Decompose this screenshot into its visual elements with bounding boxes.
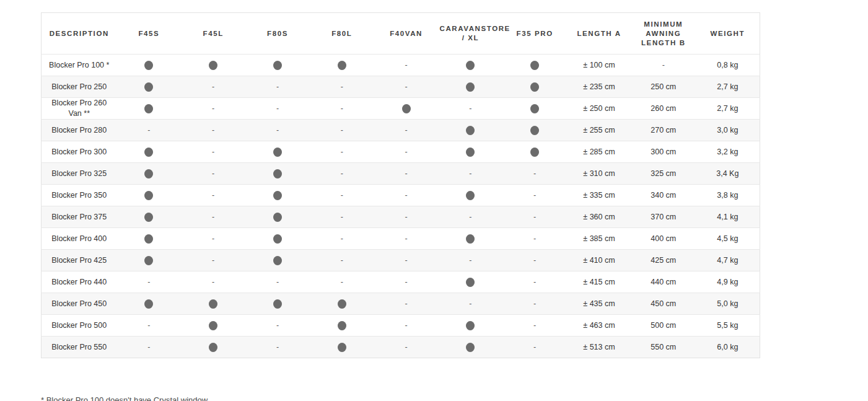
compat-dot-icon bbox=[466, 148, 475, 157]
compat-dot-icon bbox=[144, 256, 153, 265]
weight-value: 4,1 kg bbox=[696, 206, 760, 228]
min-awning-b-value: 450 cm bbox=[631, 293, 696, 315]
compat-cell-f80l: - bbox=[310, 228, 374, 250]
compat-dash: - bbox=[469, 213, 471, 221]
compat-cell-caravanstore bbox=[438, 55, 502, 76]
column-header-f45l: F45L bbox=[181, 13, 245, 55]
length-a-value: ± 100 cm bbox=[567, 55, 631, 76]
compat-cell-f45l: - bbox=[181, 228, 245, 250]
compat-dash: - bbox=[533, 321, 536, 330]
compat-dash: - bbox=[405, 126, 408, 134]
compat-cell-f45s bbox=[117, 185, 182, 206]
table-row: Blocker Pro 100 *-± 100 cm-0,8 kg bbox=[42, 55, 760, 76]
length-a-value: ± 250 cm bbox=[567, 98, 631, 120]
compat-cell-f45s bbox=[117, 98, 182, 120]
compat-dot-icon bbox=[273, 213, 282, 222]
table-body: Blocker Pro 100 *-± 100 cm-0,8 kgBlocker… bbox=[42, 55, 760, 358]
compat-cell-f35pro: - bbox=[502, 228, 567, 250]
compat-dot-icon bbox=[273, 234, 282, 244]
compat-dot-icon bbox=[466, 191, 475, 200]
compat-dash: - bbox=[276, 278, 279, 286]
compat-dot-icon bbox=[466, 61, 475, 70]
compat-dot-icon bbox=[466, 278, 475, 287]
product-description: Blocker Pro 350 bbox=[42, 185, 117, 206]
compat-cell-f40van: - bbox=[374, 163, 439, 185]
weight-value: 0,8 kg bbox=[696, 55, 760, 76]
compat-cell-f45l: - bbox=[181, 98, 245, 120]
compat-dash: - bbox=[212, 256, 214, 265]
min-awning-b-value: 250 cm bbox=[631, 76, 696, 98]
compat-dot-icon bbox=[273, 299, 282, 309]
length-a-value: ± 435 cm bbox=[567, 293, 631, 315]
compat-dash: - bbox=[341, 234, 343, 243]
weight-value: 4,7 kg bbox=[696, 250, 760, 271]
compat-dash: - bbox=[341, 126, 343, 134]
compat-dash: - bbox=[212, 169, 214, 178]
weight-value: 3,2 kg bbox=[696, 141, 760, 163]
compat-cell-f35pro: - bbox=[502, 293, 567, 315]
compat-dash: - bbox=[212, 213, 214, 221]
length-a-value: ± 360 cm bbox=[567, 206, 631, 228]
compat-dash: - bbox=[405, 234, 408, 243]
compat-cell-f35pro bbox=[502, 76, 567, 98]
compat-dash: - bbox=[212, 82, 214, 91]
compat-dash: - bbox=[341, 213, 343, 221]
compat-cell-f80l: - bbox=[310, 185, 374, 206]
compat-cell-f40van: - bbox=[374, 228, 439, 250]
table-header: DESCRIPTIONF45SF45LF80SF80LF40VANCARAVAN… bbox=[42, 13, 760, 55]
compat-cell-f80l: - bbox=[310, 98, 374, 120]
compat-cell-caravanstore bbox=[438, 185, 502, 206]
compat-dot-icon bbox=[144, 234, 153, 244]
length-a-value: ± 415 cm bbox=[567, 271, 631, 293]
compat-dot-icon bbox=[466, 234, 475, 244]
weight-value: 3,4 Kg bbox=[696, 163, 760, 185]
product-description: Blocker Pro 375 bbox=[42, 206, 117, 228]
compat-dot-icon bbox=[144, 61, 153, 70]
weight-value: 2,7 kg bbox=[696, 98, 760, 120]
product-description: Blocker Pro 325 bbox=[42, 163, 117, 185]
compat-dot-icon bbox=[530, 104, 539, 113]
compat-dash: - bbox=[147, 321, 150, 330]
empty-dash: - bbox=[662, 61, 665, 69]
column-header-length-a: LENGTH A bbox=[567, 13, 631, 55]
compat-cell-f80s bbox=[245, 228, 310, 250]
compat-cell-f80s bbox=[245, 206, 310, 228]
compat-cell-f80l: - bbox=[310, 141, 374, 163]
compat-dash: - bbox=[341, 148, 343, 156]
compat-cell-f80s: - bbox=[245, 271, 310, 293]
min-awning-b-value: 260 cm bbox=[631, 98, 696, 120]
min-awning-b-value: 440 cm bbox=[631, 271, 696, 293]
compat-dash: - bbox=[405, 213, 408, 221]
compat-dot-icon bbox=[466, 82, 475, 92]
compat-cell-f45l: - bbox=[181, 163, 245, 185]
compat-dot-icon bbox=[209, 343, 217, 352]
compat-dash: - bbox=[341, 104, 343, 113]
compat-dash: - bbox=[533, 343, 536, 351]
compat-dot-icon bbox=[144, 148, 153, 157]
compat-dot-icon bbox=[273, 169, 282, 178]
compat-cell-f40van: - bbox=[374, 337, 439, 358]
column-header-f40van: F40VAN bbox=[374, 13, 439, 55]
compat-cell-f80l bbox=[310, 315, 374, 337]
compat-dash: - bbox=[533, 256, 536, 265]
compat-dot-icon bbox=[338, 343, 346, 352]
compat-dot-icon bbox=[402, 104, 411, 113]
min-awning-b-value: 340 cm bbox=[631, 185, 696, 206]
length-a-value: ± 255 cm bbox=[567, 120, 631, 141]
table-row: Blocker Pro 500----± 463 cm500 cm5,5 kg bbox=[42, 315, 760, 337]
compat-dash: - bbox=[405, 191, 408, 200]
compat-dash: - bbox=[212, 191, 214, 200]
compat-dash: - bbox=[405, 256, 408, 265]
compat-dash: - bbox=[533, 191, 536, 200]
product-comparison-table: DESCRIPTIONF45SF45LF80SF80LF40VANCARAVAN… bbox=[41, 12, 760, 358]
compat-cell-caravanstore bbox=[438, 228, 502, 250]
compat-dash: - bbox=[469, 104, 471, 113]
compat-cell-f40van: - bbox=[374, 120, 439, 141]
compat-cell-caravanstore: - bbox=[438, 206, 502, 228]
table-row: Blocker Pro 325-----± 310 cm325 cm3,4 Kg bbox=[42, 163, 760, 185]
compat-dash: - bbox=[276, 321, 279, 330]
compat-cell-f80l bbox=[310, 55, 374, 76]
compat-dash: - bbox=[147, 126, 150, 134]
column-header-f80l: F80L bbox=[310, 13, 374, 55]
compat-cell-f80s bbox=[245, 250, 310, 271]
